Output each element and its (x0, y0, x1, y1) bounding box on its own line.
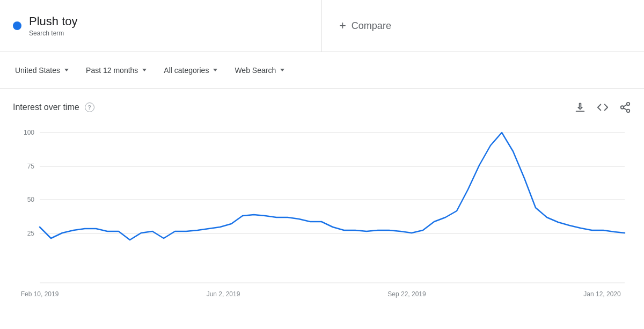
chart-section: Interest over time ? (0, 89, 644, 323)
svg-line-5 (624, 105, 627, 107)
trend-line (40, 133, 625, 240)
compare-button[interactable]: + Compare (339, 19, 391, 33)
time-filter-label: Past 12 months (86, 66, 138, 75)
help-icon[interactable]: ? (85, 103, 94, 112)
chart-title: Interest over time (13, 103, 79, 112)
time-chevron-icon (142, 69, 147, 71)
download-icon[interactable] (574, 101, 586, 113)
chart-title-group: Interest over time ? (13, 103, 94, 112)
category-filter-label: All categories (164, 66, 209, 75)
filters-bar: United States Past 12 months All categor… (0, 52, 644, 89)
share-icon[interactable] (619, 101, 631, 113)
time-filter[interactable]: Past 12 months (79, 62, 153, 79)
region-filter[interactable]: United States (9, 62, 75, 79)
svg-text:100: 100 (24, 129, 34, 136)
term-type: Search term (29, 30, 78, 37)
compare-section: + Compare (322, 0, 644, 52)
term-dot (13, 21, 21, 30)
search-type-filter[interactable]: Web Search (228, 62, 291, 79)
term-name: Plush toy (29, 14, 78, 28)
svg-line-4 (624, 108, 627, 110)
compare-plus-icon: + (339, 19, 346, 33)
page-header: Plush toy Search term + Compare (0, 0, 644, 52)
svg-text:25: 25 (27, 230, 35, 237)
compare-label: Compare (352, 20, 391, 32)
chart-actions (574, 101, 631, 113)
search-term-section: Plush toy Search term (0, 0, 322, 52)
embed-icon[interactable] (597, 101, 609, 113)
search-type-filter-label: Web Search (235, 66, 276, 75)
category-chevron-icon (213, 69, 217, 71)
trend-chart: 100 75 50 25 Feb 10, 2019 Jun 2, 2019 Se… (13, 122, 631, 304)
region-filter-label: United States (15, 66, 60, 75)
chart-container: 100 75 50 25 Feb 10, 2019 Jun 2, 2019 Se… (0, 122, 644, 315)
svg-text:75: 75 (27, 163, 35, 170)
region-chevron-icon (64, 69, 69, 71)
category-filter[interactable]: All categories (157, 62, 224, 79)
chart-header: Interest over time ? (0, 97, 644, 122)
svg-text:Sep 22, 2019: Sep 22, 2019 (387, 290, 426, 298)
svg-text:Jan 12, 2020: Jan 12, 2020 (583, 290, 621, 298)
term-text: Plush toy Search term (29, 14, 78, 37)
search-type-chevron-icon (280, 69, 284, 71)
svg-text:Jun 2, 2019: Jun 2, 2019 (207, 290, 240, 298)
svg-text:Feb 10, 2019: Feb 10, 2019 (21, 290, 59, 298)
svg-text:50: 50 (27, 196, 35, 203)
